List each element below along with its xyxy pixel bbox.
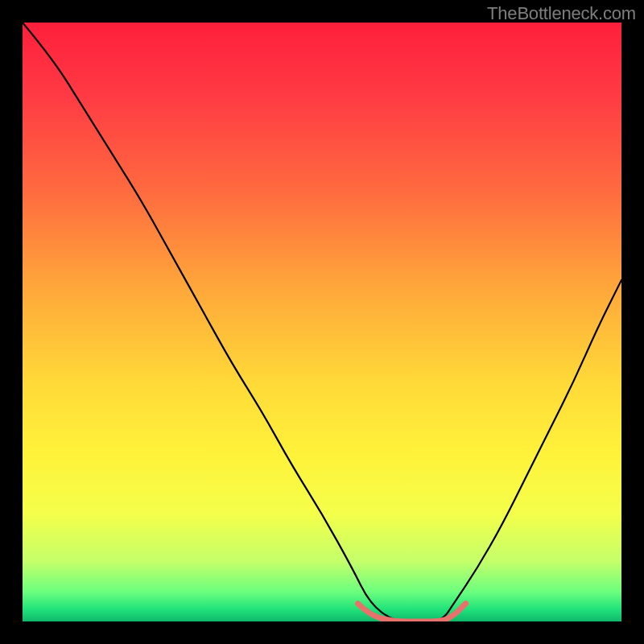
main-curve-path [23,23,621,621]
chart-svg [23,23,621,621]
watermark-text: TheBottleneck.com [487,3,636,24]
outer-frame: TheBottleneck.com [0,0,644,644]
